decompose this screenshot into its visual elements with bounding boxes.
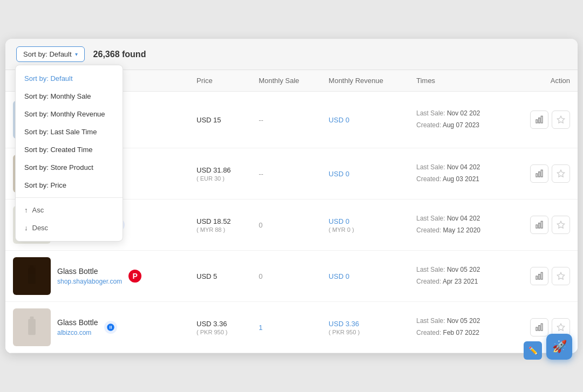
svg-rect-20 (536, 276, 538, 279)
pinterest-icon: P (128, 270, 141, 283)
svg-rect-10 (541, 170, 543, 177)
monthly-sale-value: 0 (259, 272, 262, 280)
times-cell: Last Sale: Nov 05 202 Created: Apr 23 20… (409, 251, 509, 302)
sort-option-last-sale-time[interactable]: Sort by: Last Sale Time (16, 123, 123, 141)
last-sale-date: Nov 04 202 (447, 163, 480, 171)
last-sale-date: Nov 02 202 (447, 109, 480, 117)
sort-button[interactable]: Sort by: Default ▾ (16, 46, 85, 62)
col-monthly-sale: Monthly Sale (251, 70, 321, 92)
monthly-sale-cell: 0 (251, 200, 321, 251)
monthly-revenue-cell: USD 0 ( MYR 0 ) (321, 200, 409, 251)
action-cell (509, 200, 578, 251)
col-times: Times (409, 70, 509, 92)
star-button[interactable] (552, 216, 570, 234)
svg-rect-4 (541, 116, 543, 123)
sort-option-monthly-sale[interactable]: Sort by: Monthly Sale (16, 87, 123, 105)
times-cell: Last Sale: Nov 04 202 Created: May 12 20… (409, 200, 509, 251)
svg-marker-29 (557, 324, 564, 331)
sort-option-price[interactable]: Sort by: Price (16, 176, 123, 194)
chart-button[interactable] (530, 318, 548, 336)
sort-dir-desc[interactable]: ↓ Desc (16, 219, 123, 237)
svg-rect-22 (541, 272, 543, 279)
svg-marker-23 (557, 272, 564, 279)
svg-rect-9 (539, 172, 540, 177)
created-label: Created: (416, 226, 441, 234)
price-main: USD 3.36 (196, 320, 243, 328)
monthly-revenue-value: USD 0 (329, 217, 349, 225)
svg-marker-11 (557, 170, 564, 177)
sort-dir-asc[interactable]: ↑ Asc (16, 201, 123, 219)
chart-button[interactable] (530, 216, 548, 234)
product-image (13, 308, 51, 346)
svg-marker-5 (557, 116, 564, 123)
monthly-sale-value: 0 (259, 221, 262, 229)
product-store-link[interactable]: albizco.com (57, 329, 98, 336)
last-sale-date: Nov 05 202 (447, 266, 480, 273)
product-name: Glass Bottle (57, 318, 98, 327)
table-row: Glass Bottle shop.shaylaboger.com P USD … (5, 251, 578, 302)
svg-rect-19 (28, 268, 36, 284)
platform-icons: P (128, 270, 141, 283)
edit-button[interactable]: ✏️ (524, 341, 542, 360)
svg-rect-16 (541, 221, 543, 228)
created-label: Created: (416, 175, 441, 183)
last-sale-label: Last Sale: (416, 163, 445, 171)
svg-rect-27 (539, 326, 540, 331)
price-cell: USD 15 (189, 92, 251, 148)
chevron-down-icon: ▾ (75, 51, 78, 57)
sort-option-default[interactable]: Sort by: Default (16, 70, 123, 87)
created-date: Apr 23 2021 (443, 278, 478, 285)
sort-button-label: Sort by: Default (23, 50, 72, 58)
product-cell: Glass Bottle shop.shaylaboger.com P (5, 251, 189, 302)
sort-option-monthly-revenue[interactable]: Sort by: Monthly Revenue (16, 105, 123, 123)
svg-marker-17 (557, 221, 564, 228)
chart-button[interactable] (530, 111, 548, 129)
top-bar: Sort by: Default ▾ 26,368 found Sort by:… (5, 39, 578, 70)
last-sale-label: Last Sale: (416, 215, 445, 222)
sort-option-created-time[interactable]: Sort by: Created Time (16, 141, 123, 159)
times-cell: Last Sale: Nov 02 202 Created: Aug 07 20… (409, 92, 509, 148)
price-cell: USD 3.36 ( PKR 950 ) (189, 302, 251, 353)
price-main: USD 18.52 (196, 217, 243, 225)
table-row: Glass Bottle albizco.com USD 3.36 ( PKR … (5, 302, 578, 353)
svg-rect-25 (28, 319, 36, 335)
svg-rect-15 (539, 223, 540, 228)
svg-rect-28 (541, 324, 543, 331)
svg-rect-26 (536, 327, 538, 331)
monthly-revenue-cell: USD 0 (321, 148, 409, 200)
product-store-link[interactable]: shop.shaylaboger.com (57, 278, 122, 285)
product-info: Glass Bottle shop.shaylaboger.com (57, 267, 122, 285)
times-cell: Last Sale: Nov 05 202 Created: Feb 07 20… (409, 302, 509, 353)
product-image (13, 257, 51, 295)
price-main: USD 31.86 (196, 166, 243, 174)
monthly-sale-cell: 1 (251, 302, 321, 353)
star-button[interactable] (552, 111, 570, 129)
chart-button[interactable] (530, 267, 548, 285)
monthly-sale-cell: 0 (251, 251, 321, 302)
star-button[interactable] (552, 164, 570, 183)
svg-rect-3 (539, 118, 540, 123)
platform-icons (104, 321, 117, 334)
created-date: Aug 03 2021 (443, 175, 479, 183)
monthly-revenue-cell: USD 0 (321, 92, 409, 148)
created-label: Created: (416, 329, 441, 336)
monthly-revenue-cell: USD 3.36 ( PKR 950 ) (321, 302, 409, 353)
monthly-revenue-value: USD 0 (329, 170, 349, 178)
last-sale-label: Last Sale: (416, 109, 445, 117)
col-action: Action (509, 70, 578, 92)
monthly-sale-cell: -- (251, 148, 321, 200)
price-main: USD 5 (196, 272, 243, 280)
sort-option-store-product[interactable]: Sort by: Store Product (16, 159, 123, 176)
monthly-sale-value: -- (259, 116, 263, 124)
last-sale-date: Nov 05 202 (447, 317, 480, 325)
created-date: Feb 07 2022 (443, 329, 479, 336)
price-cell: USD 18.52 ( MYR 88 ) (189, 200, 251, 251)
chart-button[interactable] (530, 164, 548, 183)
monthly-revenue-value: USD 3.36 (329, 320, 359, 328)
last-sale-label: Last Sale: (416, 317, 445, 325)
monthly-revenue-value: USD 0 (329, 272, 349, 280)
star-button[interactable] (552, 267, 570, 285)
created-date: May 12 2020 (443, 226, 480, 234)
fab-rocket-button[interactable]: 🚀 (546, 334, 572, 360)
price-main: USD 15 (196, 116, 243, 124)
